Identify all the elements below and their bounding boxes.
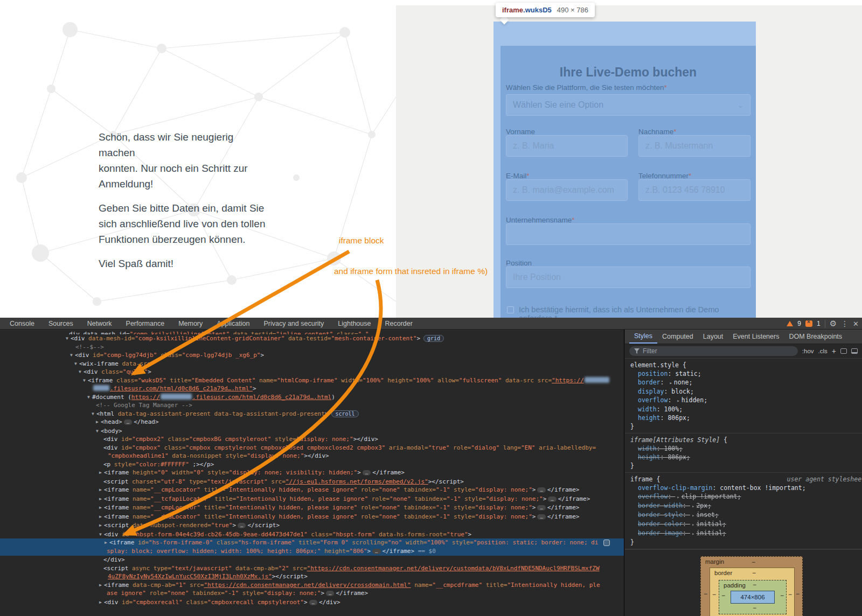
ellipsis-expand-button[interactable]: … [548, 496, 556, 502]
checkbox-row-1[interactable]: Ich bestätige hiermit, dass ich als Unte… [507, 305, 744, 318]
sidebar-tab-event-listeners[interactable]: Event Listeners [728, 330, 784, 343]
dom-tree-line[interactable]: ▶<iframe id="hs-form-iframe-0" class="hs… [0, 538, 624, 547]
dom-tree-line[interactable]: <script async type="text/javascript" dat… [0, 564, 624, 573]
dom-tree-line[interactable]: <script charset="utf-8" type="text/javas… [0, 478, 624, 486]
expand-arrow-icon[interactable]: ▶ [97, 581, 104, 590]
ellipsis-expand-button[interactable]: … [372, 549, 380, 554]
box-model-content[interactable]: 474×806 [731, 591, 775, 604]
position-input[interactable] [506, 267, 750, 288]
nachname-input[interactable] [638, 135, 750, 157]
dom-tree-line[interactable]: ▶<iframe name="__tcfapiLocator" title="I… [0, 495, 624, 504]
devtools-tab-memory[interactable]: Memory [178, 320, 203, 327]
grid-badge[interactable]: grid [423, 335, 444, 342]
css-selector[interactable]: iframe[Attributes Style] [630, 436, 720, 444]
box-model-border[interactable]: border − − − − padding − − − − 47 [710, 568, 795, 616]
css-property[interactable]: overflow-clip-margin: content-box !impor… [630, 484, 857, 492]
expand-arrow-icon[interactable]: ▶ [97, 468, 104, 477]
expand-arrow-icon[interactable]: ▼ [81, 376, 88, 385]
unternehmen-input[interactable] [506, 223, 750, 245]
sidebar-tab-computed[interactable]: Computed [657, 330, 698, 343]
computed-sidebar-icon[interactable] [851, 348, 858, 354]
css-property[interactable]: overflow: ▸clip !important; [630, 492, 857, 501]
email-input[interactable] [506, 179, 628, 201]
dom-tree-line[interactable]: ▶<iframe name="__cmpLocator" title="Inte… [0, 503, 624, 513]
dom-tree-line[interactable]: ▼<div data-mesh-id="comp-ksilxillinlineC… [0, 334, 624, 343]
expand-arrow-icon[interactable]: ▶ [94, 418, 101, 426]
devtools-tab-console[interactable]: Console [10, 320, 34, 327]
css-property[interactable]: overflow: ▸hidden; [630, 396, 857, 405]
dom-tree-line[interactable]: ▼<body> [0, 427, 624, 436]
expand-arrow-icon[interactable]: ▼ [97, 530, 104, 539]
expand-arrow-icon[interactable]: ▼ [68, 351, 75, 360]
dom-tree-line[interactable]: ▼<html data-tag-assistant-present data-t… [0, 410, 624, 418]
dom-tree-line[interactable]: <div id="cmpbox" class="cmpbox cmpstyler… [0, 444, 624, 452]
dom-tree-line[interactable]: 4uZF8yNzIyNy54XzIwLnYucC50XzI3MjI3Lnh0Xz… [0, 572, 624, 581]
dom-tree-line[interactable]: ▶<iframe data-cmp-ab="1" src="https://cd… [0, 581, 624, 590]
warning-icon[interactable] [787, 321, 793, 326]
dom-tree-line[interactable]: <!-- Google Tag Manager --> [0, 401, 624, 410]
devtools-tab-performance[interactable]: Performance [126, 320, 165, 327]
css-property[interactable]: border-style: ▸inset; [630, 510, 857, 520]
box-model-margin[interactable]: margin − − − − border − − − − padding [700, 556, 803, 616]
dom-tree-line[interactable]: <!--$--> [0, 343, 624, 352]
dom-tree-line[interactable]: ▼<wix-iframe data-src> [0, 360, 624, 368]
css-property[interactable]: border-image: ▸initial; [630, 529, 857, 538]
devtools-tab-recorder[interactable]: Recorder [385, 320, 412, 327]
ellipsis-expand-button[interactable]: … [124, 419, 132, 425]
box-model-padding[interactable]: padding − − − − 474×806 [719, 580, 787, 614]
dom-tree-line[interactable]: </div> [0, 556, 624, 564]
dom-tree-line[interactable]: ase ignore" role="none" tabindex="-1" st… [0, 589, 624, 598]
scroll-badge[interactable]: scroll [331, 410, 358, 417]
dom-tree-line[interactable]: ▶<iframe height="0" width="0" style="dis… [0, 468, 624, 478]
sidebar-tab-dom-breakpoints[interactable]: DOM Breakpoints [784, 330, 847, 343]
dom-tree-line[interactable]: ▶<iframe name="__cmpLocator" title="Inte… [0, 486, 624, 495]
ellipsis-expand-button[interactable]: … [309, 600, 317, 605]
vorname-input[interactable] [506, 135, 628, 157]
css-property[interactable]: position: static; [630, 369, 857, 378]
css-selector[interactable]: element.style [630, 361, 679, 369]
devtools-tab-network[interactable]: Network [87, 320, 112, 327]
new-style-rule-button[interactable]: + [832, 347, 836, 355]
sidebar-tab-styles[interactable]: Styles [629, 330, 657, 344]
adorner-icon[interactable] [603, 540, 610, 546]
platform-select[interactable]: Wählen Sie eine Option ⌄ [506, 94, 750, 116]
dom-tree-line[interactable]: ▶<head>…</head> [0, 418, 624, 427]
close-icon[interactable]: ✕ [853, 320, 859, 328]
devtools-tab-application[interactable]: Application [217, 320, 249, 327]
expand-arrow-icon[interactable]: ▼ [77, 368, 84, 376]
expand-arrow-icon[interactable]: ▶ [97, 495, 104, 503]
devtools-tab-sources[interactable]: Sources [48, 320, 73, 327]
dom-tree-line[interactable]: .filesusr.com/html/d0c8d6_c21a79d….html"… [0, 384, 624, 393]
issues-icon[interactable] [805, 320, 812, 327]
css-property[interactable]: width: 100%; [630, 405, 857, 414]
expand-arrow-icon[interactable]: ▶ [102, 538, 109, 547]
dom-tree-line[interactable]: ▶<iframe name="__dsaLocator" title="Inte… [0, 513, 624, 522]
dom-tree-line[interactable]: ▼<iframe class="wuksD5" title="Embedded … [0, 376, 624, 385]
dom-tree-line[interactable]: ▶<script data-hubspot-rendered="true">…<… [0, 521, 624, 530]
dom-tree-line[interactable]: <div id="cmpbox2" class="cmpboxBG cmpsty… [0, 435, 624, 444]
issues-count[interactable]: 1 [817, 320, 821, 327]
dom-tree-line[interactable]: splay: block; overflow: hidden; width: 1… [0, 547, 624, 556]
css-property[interactable]: border-width: ▸2px; [630, 501, 857, 510]
expand-arrow-icon[interactable]: ▼ [85, 393, 92, 402]
css-property[interactable]: height: 806px; [630, 453, 857, 461]
css-property[interactable]: border: ▸none; [630, 378, 857, 387]
dom-tree-line[interactable]: ▼#document (https://.filesusr.com/html/d… [0, 393, 624, 402]
pseudo-state-toggle[interactable]: :hov [802, 348, 814, 354]
expand-arrow-icon[interactable]: ▼ [64, 334, 71, 343]
class-toggle[interactable]: .cls [818, 348, 828, 354]
devtools-tab-lighthouse[interactable]: Lighthouse [338, 320, 371, 327]
styles-filter-input[interactable]: Filter [629, 346, 798, 356]
expand-arrow-icon[interactable]: ▶ [97, 521, 104, 530]
dom-tree-line[interactable]: ▼<div id="hbspt-form-04e4c39d-cb26-45db-… [0, 530, 624, 539]
checkbox-icon[interactable] [507, 306, 514, 313]
expand-arrow-icon[interactable]: ▶ [97, 486, 104, 494]
dom-tree-line[interactable]: ▼<div id="comp-lgg74djb" class="comp-lgg… [0, 351, 624, 360]
css-selector[interactable]: iframe [630, 475, 653, 483]
css-property[interactable]: display: block; [630, 387, 857, 396]
css-property[interactable]: height: 806px; [630, 414, 857, 422]
ellipsis-expand-button[interactable]: … [363, 470, 371, 475]
telefon-input[interactable] [638, 179, 750, 201]
expand-arrow-icon[interactable]: ▶ [97, 513, 104, 521]
css-property[interactable]: width: 100%; [630, 444, 857, 453]
